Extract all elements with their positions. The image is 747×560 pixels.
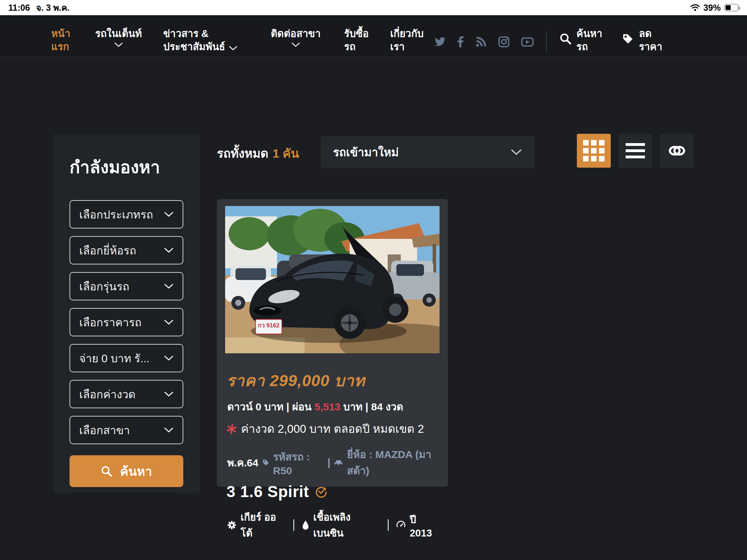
page: 11:06 จ. 3 พ.ค. 39% หน้า แรก รถในเต็นท์ … — [0, 0, 747, 560]
sort-selected-label: รถเข้ามาใหม่ — [333, 143, 399, 161]
tag-icon — [621, 32, 634, 45]
car-code: รหัสรถ : R50 — [273, 449, 324, 477]
nav-item-news[interactable]: ข่าวสาร & ประชาสัมพันธ์ — [163, 27, 238, 53]
chevron-down-icon — [164, 355, 174, 361]
chevron-down-icon — [164, 283, 174, 289]
search-icon — [101, 465, 112, 477]
listing-finance: ดาวน์ 0 บาท | ผ่อน 5,513 บาท | 84 งวด — [227, 399, 440, 415]
gear-icon — [227, 520, 237, 530]
chevron-down-icon — [511, 149, 522, 155]
tag-icon — [262, 458, 270, 467]
view-link-button[interactable] — [660, 134, 694, 168]
spec-year-text: ปี 2013 — [410, 512, 440, 539]
results-count: 1 คัน — [273, 147, 299, 160]
view-grid-button[interactable] — [577, 134, 611, 168]
chevron-down-icon — [229, 46, 238, 50]
asterisk-icon — [227, 424, 237, 434]
gauge-icon — [396, 520, 406, 530]
view-toggles — [577, 134, 694, 168]
search-button[interactable]: ค้นหา — [70, 455, 183, 487]
filter-label: เลือกสาขา — [79, 421, 130, 439]
nav-item-contact-branch[interactable]: ติดต่อสาขา — [271, 27, 321, 47]
search-filter-panel: กำลังมองหา เลือกประเภทรถ เลือกยี่ห้อรถ เ… — [53, 134, 200, 493]
link-icon — [667, 144, 686, 157]
nav-item-home[interactable]: หน้า แรก — [51, 27, 70, 53]
listing-promo: ค่างวด 2,000 บาท ตลอดปี หมดเขต 2 — [227, 420, 440, 438]
filter-label: จ่าย 0 บาท รั... — [79, 349, 149, 367]
filter-label: เลือกยี่ห้อรถ — [79, 242, 136, 259]
results-prefix: รถทั้งหมด — [217, 147, 268, 160]
battery-icon — [724, 4, 739, 11]
spec-separator — [293, 519, 294, 531]
filter-label: เลือกราคารถ — [79, 314, 141, 331]
twitter-icon[interactable] — [434, 37, 446, 47]
spec-gear: เกียร์ ออโต้ — [227, 509, 286, 541]
nav-about-label: เกี่ยวกับ เรา — [390, 27, 424, 53]
sidebar-title: กำลังมองหา — [70, 153, 183, 181]
spec-fuel: เชื้อเพลิง เบนซิน — [302, 509, 380, 541]
chevron-down-icon — [164, 391, 174, 397]
filter-brand[interactable]: เลือกยี่ห้อรถ — [70, 236, 183, 264]
chevron-down-icon — [164, 427, 174, 433]
nav-home-label: หน้า แรก — [51, 27, 70, 53]
listing-specs: เกียร์ ออโต้ เชื้อเพลิง เบนซิน ปี 2013 — [227, 509, 440, 541]
status-bar: 11:06 จ. 3 พ.ค. 39% — [0, 0, 747, 15]
listed-month: พ.ค.64 — [227, 455, 258, 471]
finance-installment: 5,513 — [314, 401, 340, 412]
nav-news-label: ข่าวสาร & ประชาสัมพันธ์ — [163, 27, 225, 53]
filter-installment[interactable]: เลือกค่างวด — [70, 380, 183, 408]
listing-brand: ยี่ห้อ : MAZDA (มาสด้า) — [347, 446, 440, 479]
status-date: จ. 3 พ.ค. — [36, 1, 70, 15]
sort-dropdown[interactable]: รถเข้ามาใหม่ — [321, 136, 534, 168]
listing-model-row: 3 1.6 Spirit — [227, 482, 440, 501]
promo-text: ค่างวด 2,000 บาท ตลอดปี หมดเขต 2 — [241, 420, 424, 438]
results-summary: รถทั้งหมด1 คัน — [217, 144, 299, 163]
grid-icon — [583, 140, 605, 161]
nav-divider — [546, 32, 547, 52]
listing-model: 3 1.6 Spirit — [227, 482, 309, 501]
spec-fuel-text: เชื้อเพลิง เบนซิน — [313, 509, 380, 541]
filter-branch[interactable]: เลือกสาขา — [70, 416, 183, 444]
list-icon — [626, 143, 645, 158]
fuel-drop-icon — [302, 520, 309, 530]
spec-separator — [388, 519, 389, 531]
search-button-label: ค้นหา — [120, 461, 152, 481]
youtube-icon[interactable] — [521, 37, 534, 47]
rss-icon[interactable] — [476, 36, 487, 47]
nav-sale-label: ลด ราคา — [639, 27, 662, 53]
filter-car-type[interactable]: เลือกประเภทรถ — [70, 200, 183, 228]
filter-label: เลือกประเภทรถ — [79, 206, 153, 223]
search-icon — [559, 32, 572, 45]
check-circle-icon — [315, 485, 327, 498]
view-list-button[interactable] — [618, 134, 652, 168]
nav-sale[interactable]: ลด ราคา — [621, 27, 662, 53]
filter-price[interactable]: เลือกราคารถ — [70, 308, 183, 336]
chevron-down-icon — [164, 212, 174, 217]
finance-pre: ดาวน์ 0 บาท | ผ่อน — [227, 401, 314, 412]
filter-label: เลือกรุ่นรถ — [79, 278, 129, 295]
chevron-down-icon — [291, 42, 300, 47]
spec-gear-text: เกียร์ ออโต้ — [241, 509, 286, 541]
main-navbar: หน้า แรก รถในเต็นท์ ข่าวสาร & ประชาสัมพั… — [0, 15, 747, 57]
filter-down-payment[interactable]: จ่าย 0 บาท รั... — [70, 344, 183, 372]
nav-search-car[interactable]: ค้นหา รถ — [559, 27, 602, 53]
wifi-icon — [690, 4, 700, 11]
nav-item-buy-car[interactable]: รับซื้อ รถ — [344, 27, 369, 53]
nav-item-cars-in-stock[interactable]: รถในเต็นท์ — [95, 27, 142, 47]
status-time: 11:06 — [8, 3, 30, 13]
nav-item-about-us[interactable]: เกี่ยวกับ เรา — [390, 27, 424, 53]
filter-label: เลือกค่างวด — [79, 385, 136, 403]
nav-contact-label: ติดต่อสาขา — [271, 27, 321, 40]
filter-model[interactable]: เลือกรุ่นรถ — [70, 272, 183, 300]
nav-search-label: ค้นหา รถ — [577, 27, 602, 53]
chevron-down-icon — [164, 248, 174, 253]
facebook-icon[interactable] — [458, 36, 464, 47]
listing-meta: พ.ค.64 รหัสรถ : R50 | ยี่ห้อ : MAZDA (มา… — [227, 446, 440, 479]
finance-post: บาท | 84 งวด — [340, 401, 403, 412]
chevron-down-icon — [164, 319, 174, 325]
license-plate-text: กว 9162 — [258, 322, 279, 329]
car-listing-card[interactable]: กว 9162 ราคา 299,000 บาท ดาวน์ 0 บาท | ผ… — [217, 199, 448, 487]
social-links — [434, 36, 534, 47]
nav-stock-label: รถในเต็นท์ — [95, 27, 142, 40]
instagram-icon[interactable] — [498, 36, 509, 47]
